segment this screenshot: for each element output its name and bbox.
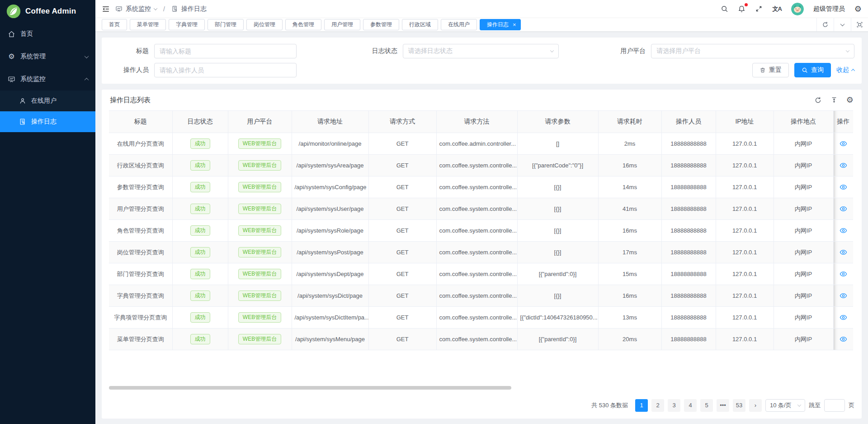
sidebar-item-system-mgmt[interactable]: ⚙ 系统管理 xyxy=(0,45,95,68)
page-size-select[interactable]: 10 条/页 xyxy=(765,399,805,412)
cell-url: /api/system/sysDictItem/pa... xyxy=(292,307,368,329)
title-input[interactable] xyxy=(154,44,297,58)
table-row: 岗位管理分页查询成功WEB管理后台/api/system/sysPost/pag… xyxy=(109,242,853,263)
breadcrumb-section[interactable]: 系统监控 xyxy=(115,5,157,13)
search-icon[interactable] xyxy=(721,5,728,13)
sidebar-item-system-monitor[interactable]: 系统监控 xyxy=(0,68,95,91)
tab-4[interactable]: 部门管理 xyxy=(208,19,244,30)
page-button-5[interactable]: 5 xyxy=(700,399,713,412)
view-detail-icon[interactable] xyxy=(840,248,847,256)
view-detail-icon[interactable] xyxy=(840,335,847,343)
cell-status: 成功 xyxy=(172,155,228,176)
chevron-up-icon xyxy=(85,78,88,81)
cell-ip: 127.0.0.1 xyxy=(716,198,774,220)
next-page-button[interactable]: › xyxy=(749,399,762,412)
cell-params: [{}] xyxy=(517,242,598,263)
cell-operator: 18888888888 xyxy=(661,307,716,329)
cell-handler: com.coffee.system.controlle... xyxy=(436,263,517,285)
notification-bell-icon[interactable] xyxy=(738,5,745,13)
maximize-icon[interactable] xyxy=(851,18,868,31)
fullscreen-icon[interactable] xyxy=(755,5,763,13)
view-detail-icon[interactable] xyxy=(840,270,847,278)
sidebar-item-online-users[interactable]: 在线用户 xyxy=(0,91,95,111)
cell-actions xyxy=(833,307,853,329)
tab-5[interactable]: 岗位管理 xyxy=(246,19,283,30)
platform-select[interactable]: 请选择用户平台 xyxy=(651,44,854,58)
refresh-icon[interactable] xyxy=(814,96,822,104)
column-settings-gear-icon[interactable]: ⚙ xyxy=(846,96,854,104)
log-table-body: 在线用户分页查询成功WEB管理后台/api/monitor/online/pag… xyxy=(109,133,853,350)
cell-operator: 18888888888 xyxy=(661,220,716,242)
tab-10[interactable]: 在线用户 xyxy=(441,19,477,30)
cell-operator: 18888888888 xyxy=(661,329,716,350)
status-select[interactable]: 请选择日志状态 xyxy=(403,44,559,58)
tab-2[interactable]: 菜单管理 xyxy=(130,19,166,30)
tab-7[interactable]: 用户管理 xyxy=(324,19,360,30)
cell-platform: WEB管理后台 xyxy=(228,329,292,350)
platform-tag: WEB管理后台 xyxy=(238,312,281,323)
cell-actions xyxy=(833,220,853,242)
platform-tag: WEB管理后台 xyxy=(238,291,281,301)
cell-method: GET xyxy=(368,263,436,285)
view-detail-icon[interactable] xyxy=(840,205,847,213)
cell-method: GET xyxy=(368,307,436,329)
cell-duration: 13ms xyxy=(598,307,661,329)
cell-handler: com.coffee.system.controlle... xyxy=(436,155,517,176)
page-button-1[interactable]: 1 xyxy=(635,399,648,412)
view-detail-icon[interactable] xyxy=(840,292,847,300)
cell-location: 内网IP xyxy=(774,133,833,155)
cell-url: /api/system/sysArea/page xyxy=(292,155,368,176)
view-detail-icon[interactable] xyxy=(840,140,847,148)
cell-url: /api/system/sysMenu/page xyxy=(292,329,368,350)
page-button-4[interactable]: 4 xyxy=(684,399,697,412)
cell-method: GET xyxy=(368,133,436,155)
table-toolbar: ⚙ xyxy=(814,96,854,104)
horizontal-scrollbar-thumb[interactable] xyxy=(109,386,511,390)
collapse-link[interactable]: 收起 xyxy=(836,66,854,74)
platform-tag: WEB管理后台 xyxy=(238,269,281,279)
log-document-icon xyxy=(18,118,27,125)
sidebar-collapse-icon[interactable] xyxy=(102,5,110,13)
chevron-down-icon[interactable] xyxy=(834,18,851,31)
page-button-2[interactable]: 2 xyxy=(651,399,664,412)
column-header: 用户平台 xyxy=(228,111,292,133)
tab-1[interactable]: 首页 xyxy=(102,19,127,30)
table-row: 用户管理分页查询成功WEB管理后台/api/system/sysUser/pag… xyxy=(109,198,853,220)
table-card-header: 操作日志列表 ⚙ xyxy=(102,90,862,110)
column-header: 请求方法 xyxy=(436,111,517,133)
refresh-icon[interactable] xyxy=(816,18,834,31)
query-button[interactable]: 查询 xyxy=(794,63,831,77)
sidebar-item-operation-log[interactable]: 操作日志 xyxy=(0,111,95,132)
avatar[interactable] xyxy=(791,3,804,15)
language-switch-icon[interactable]: 文A xyxy=(772,5,781,13)
view-detail-icon[interactable] xyxy=(840,227,847,234)
settings-gear-icon[interactable]: ⚙ xyxy=(854,5,862,13)
view-detail-icon[interactable] xyxy=(840,162,847,169)
log-document-icon xyxy=(171,5,178,12)
jump-page-input[interactable] xyxy=(824,399,845,412)
more-pages-button[interactable]: ••• xyxy=(717,399,729,412)
cell-actions xyxy=(833,285,853,307)
reset-button[interactable]: 重置 xyxy=(752,63,789,77)
tab-3[interactable]: 字典管理 xyxy=(169,19,205,30)
page-button-53[interactable]: 53 xyxy=(733,399,745,412)
page-button-3[interactable]: 3 xyxy=(668,399,680,412)
tab-11[interactable]: 操作日志× xyxy=(480,19,521,30)
table-row: 在线用户分页查询成功WEB管理后台/api/monitor/online/pag… xyxy=(109,133,853,155)
cell-duration: 20ms xyxy=(598,329,661,350)
view-detail-icon[interactable] xyxy=(840,314,847,321)
tab-6[interactable]: 角色管理 xyxy=(285,19,321,30)
tab-9[interactable]: 行政区域 xyxy=(402,19,438,30)
cell-platform: WEB管理后台 xyxy=(228,307,292,329)
cell-ip: 127.0.0.1 xyxy=(716,133,774,155)
row-density-icon[interactable] xyxy=(830,96,838,104)
tab-8[interactable]: 参数管理 xyxy=(363,19,399,30)
tab-close-icon[interactable]: × xyxy=(513,22,516,28)
cell-handler: com.coffee.admin.controller... xyxy=(436,133,517,155)
cell-url: /api/system/sysUser/page xyxy=(292,198,368,220)
username[interactable]: 超级管理员 xyxy=(813,5,845,13)
operator-input[interactable] xyxy=(154,63,297,77)
view-detail-icon[interactable] xyxy=(840,183,847,191)
sidebar-item-home[interactable]: 首页 xyxy=(0,23,95,45)
cell-status: 成功 xyxy=(172,329,228,350)
